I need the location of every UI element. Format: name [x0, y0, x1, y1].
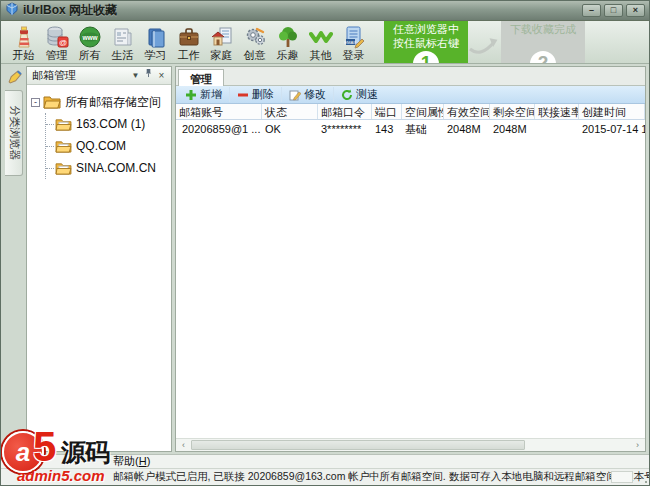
tree-label: 163.COM (1) [76, 117, 145, 131]
edit-icon [289, 89, 301, 101]
panel-close-icon[interactable]: × [155, 69, 168, 83]
status-text: 邮箱帐户模式已启用, 已联接 20206859@163.com 帐户中所有邮箱空… [113, 470, 649, 484]
svg-text:www: www [81, 34, 98, 41]
svg-text:EMAIL: EMAIL [344, 40, 357, 45]
cell-account: 20206859@1 ... [176, 122, 262, 136]
column-header-space-type[interactable]: 空间属性 [402, 104, 444, 119]
step-2-number: 2 [530, 51, 556, 64]
scroll-right-arrow-icon[interactable]: › [630, 439, 645, 451]
ribbon-item-login[interactable]: EMAIL 登录 [337, 21, 370, 63]
app-window: iUrlBox 网址收藏 – □ × 开始 @ 管理 www 所有 生活 [0, 0, 650, 486]
tree-item-qqcom[interactable]: QQ.COM [46, 135, 169, 157]
resize-grip[interactable] [645, 481, 647, 483]
a5-logo-five: 5 [33, 423, 56, 471]
a5-logo-site: admin5.com [17, 467, 105, 484]
scroll-left-arrow-icon[interactable]: ‹ [176, 439, 191, 451]
cell-password: 3******** [318, 122, 372, 136]
maximize-button[interactable]: □ [604, 4, 623, 17]
tree-item-sinacomcn[interactable]: SINA.COM.CN [46, 157, 169, 179]
window-title: iUrlBox 网址收藏 [23, 2, 579, 19]
svg-text:@: @ [58, 38, 66, 47]
ribbon-label: 乐趣 [277, 49, 299, 62]
tree-label: 所有邮箱存储空间 [65, 94, 161, 111]
close-button[interactable]: × [626, 4, 645, 17]
lighthouse-icon [12, 25, 36, 49]
tree-root-all-mail-space[interactable]: - 所有邮箱存储空间 [31, 91, 169, 113]
column-header-password[interactable]: 邮箱口令 [318, 104, 372, 119]
collapse-expander-icon[interactable]: - [31, 98, 40, 107]
globe-www-icon: www [78, 25, 102, 49]
ribbon-item-all[interactable]: www 所有 [73, 21, 106, 63]
tree-label: SINA.COM.CN [76, 161, 156, 175]
ribbon-item-work[interactable]: 工作 [172, 21, 205, 63]
ribbon-item-study[interactable]: 学习 [139, 21, 172, 63]
a5-logo-name: 源码 [61, 436, 109, 469]
ribbon-item-other[interactable]: 其他 [304, 21, 337, 63]
app-icon [5, 2, 19, 20]
column-header-free-space[interactable]: 剩余空间 [490, 104, 535, 119]
ribbon-label: 所有 [79, 49, 101, 62]
ribbon-label: 学习 [145, 49, 167, 62]
column-header-port[interactable]: 端口 [372, 104, 402, 119]
speed-test-button[interactable]: 测速 [334, 87, 385, 102]
modify-button[interactable]: 修改 [282, 87, 334, 102]
panel-pin-icon[interactable] [142, 68, 155, 83]
vertical-tab-category-browser[interactable]: 分类浏览器 [5, 90, 23, 176]
content-area: 分类浏览器 邮箱管理 ▼ × - 所有邮箱存储空间 [1, 64, 649, 454]
column-header-valid-space[interactable]: 有效空间 [444, 104, 490, 119]
curved-arrow-icon [468, 33, 500, 61]
column-header-link-speed[interactable]: 联接速率 [535, 104, 579, 119]
ribbon-label: 登录 [343, 49, 365, 62]
email-server-icon: EMAIL [342, 25, 366, 49]
ribbon-toolbar: 开始 @ 管理 www 所有 生活 学习 工作 [1, 21, 649, 64]
cell-port: 143 [372, 122, 402, 136]
cell-status: OK [262, 122, 318, 136]
open-folder-icon [43, 95, 61, 109]
delete-button[interactable]: 删除 [230, 87, 282, 102]
mail-folder-icon [55, 118, 72, 131]
add-button[interactable]: 新增 [178, 87, 230, 102]
scrollbar-track[interactable] [191, 439, 630, 451]
cell-valid-space: 2048M [444, 122, 490, 136]
main-tabstrip: 管理 [176, 67, 645, 86]
ribbon-item-manage[interactable]: @ 管理 [40, 21, 73, 63]
scrollbar-thumb[interactable] [191, 440, 525, 450]
ribbon-item-family[interactable]: 家庭 [205, 21, 238, 63]
green-w-icon [309, 25, 333, 49]
step-1-hint: 任意浏览器中 按住鼠标右键 1 [384, 21, 468, 63]
minimize-button[interactable]: – [582, 4, 601, 17]
tree-item-163com[interactable]: 163.COM (1) [46, 113, 169, 135]
status-pane [611, 471, 633, 483]
table-row[interactable]: 20206859@1 ... OK 3******** 143 基础 2048M… [176, 120, 645, 138]
ribbon-label: 工作 [178, 49, 200, 62]
horizontal-scrollbar[interactable]: ‹ › [176, 438, 645, 451]
ribbon-item-start[interactable]: 开始 [7, 21, 40, 63]
tree-label: QQ.COM [76, 139, 126, 153]
gears-icon [243, 25, 267, 49]
cell-free-space: 2048M [490, 122, 535, 136]
table-toolbar: 新增 删除 修改 测速 [176, 86, 645, 104]
column-header-account[interactable]: 邮箱账号 [176, 104, 262, 119]
ribbon-label: 管理 [46, 49, 68, 62]
speed-refresh-icon [341, 89, 353, 101]
column-header-status[interactable]: 状态 [262, 104, 318, 119]
ribbon-label: 开始 [13, 49, 35, 62]
ribbon-item-idea[interactable]: 创意 [238, 21, 271, 63]
titlebar: iUrlBox 网址收藏 – □ × [1, 1, 649, 21]
ribbon-label: 家庭 [211, 49, 233, 62]
books-icon [144, 25, 168, 49]
category-pencil-icon [7, 69, 22, 88]
column-header-created[interactable]: 创建时间 [579, 104, 645, 119]
help-menu[interactable]: 帮助(H) [113, 454, 150, 469]
a5-watermark-logo: a 5 源码 admin5.com [1, 430, 115, 486]
ribbon-item-life[interactable]: 生活 [106, 21, 139, 63]
panel-header: 邮箱管理 ▼ × [27, 67, 171, 85]
minus-icon [237, 89, 249, 101]
ribbon-item-fun[interactable]: 乐趣 [271, 21, 304, 63]
panel-dropdown-icon[interactable]: ▼ [129, 69, 142, 83]
cell-link-speed [535, 128, 579, 130]
panel-title: 邮箱管理 [32, 68, 129, 83]
plus-icon [185, 89, 197, 101]
mailbox-panel: 邮箱管理 ▼ × - 所有邮箱存储空间 163.COM (1) [26, 66, 172, 452]
step-2-hint: 下载收藏完成 2 [501, 21, 585, 63]
